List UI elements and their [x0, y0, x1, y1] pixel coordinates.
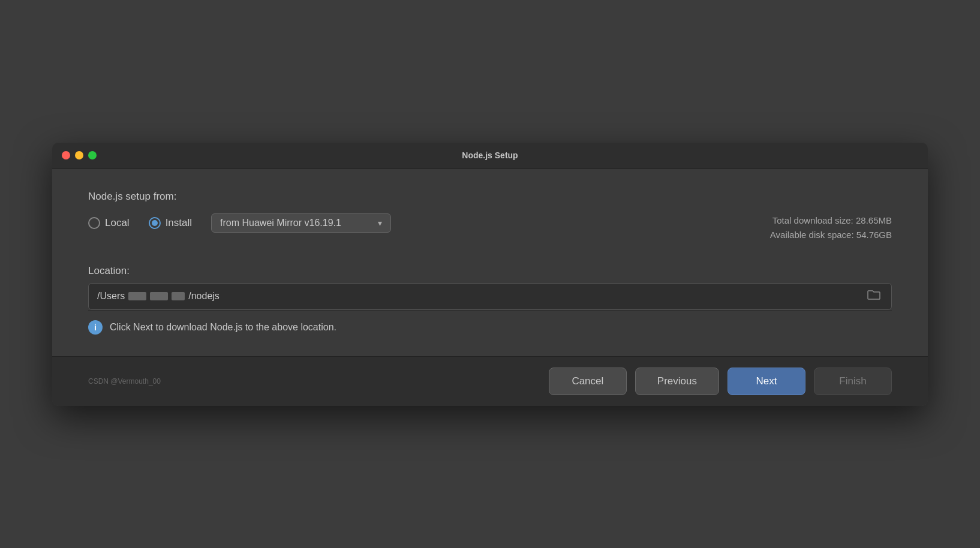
footer-buttons: Cancel Previous Next Finish	[549, 368, 892, 395]
install-radio-button[interactable]	[149, 217, 161, 229]
install-radio-label: Install	[166, 217, 192, 229]
close-button[interactable]	[62, 151, 70, 159]
info-bar: i Click Next to download Node.js to the …	[88, 310, 892, 344]
path-redacted-3	[172, 292, 185, 300]
available-disk-label: Available disk space: 54.76GB	[770, 228, 892, 242]
chevron-down-icon: ▾	[378, 218, 382, 228]
titlebar: Node.js Setup	[52, 143, 928, 169]
local-radio-label: Local	[105, 217, 130, 229]
window-title: Node.js Setup	[462, 150, 518, 160]
mirror-dropdown[interactable]: from Huawei Mirror v16.19.1 ▾	[211, 213, 391, 233]
window-controls	[62, 151, 97, 159]
info-message: Click Next to download Node.js to the ab…	[110, 322, 336, 333]
finish-button[interactable]: Finish	[814, 368, 892, 395]
local-radio-option[interactable]: Local	[88, 217, 130, 229]
maximize-button[interactable]	[88, 151, 97, 159]
top-row: Local Install from Huawei Mirror v16.19.…	[88, 213, 892, 249]
cancel-button[interactable]: Cancel	[549, 368, 627, 395]
main-window: Node.js Setup Node.js setup from: Local …	[52, 143, 928, 406]
location-section: Location: /Users /nodejs	[88, 265, 892, 310]
location-path-display: /Users /nodejs	[97, 291, 860, 302]
info-icon: i	[88, 320, 103, 335]
content-area: Node.js setup from: Local Install from H…	[52, 169, 928, 356]
disk-info: Total download size: 28.65MB Available d…	[770, 213, 892, 242]
watermark: CSDN @Vermouth_00	[88, 377, 161, 386]
path-users: /Users	[97, 291, 125, 302]
total-download-label: Total download size: 28.65MB	[770, 213, 892, 228]
minimize-button[interactable]	[75, 151, 83, 159]
browse-folder-button[interactable]	[865, 290, 883, 303]
local-radio-button[interactable]	[88, 217, 100, 229]
dropdown-value: from Huawei Mirror v16.19.1	[220, 218, 372, 228]
next-button[interactable]: Next	[728, 368, 805, 395]
radio-group: Local Install from Huawei Mirror v16.19.…	[88, 213, 391, 233]
install-radio-option[interactable]: Install	[149, 217, 192, 229]
previous-button[interactable]: Previous	[635, 368, 719, 395]
path-redacted-2	[150, 292, 168, 300]
footer: CSDN @Vermouth_00 Cancel Previous Next F…	[52, 356, 928, 406]
setup-from-label: Node.js setup from:	[88, 191, 892, 203]
path-nodejs: /nodejs	[188, 291, 220, 302]
location-label: Location:	[88, 265, 892, 277]
location-input-wrapper: /Users /nodejs	[88, 283, 892, 310]
path-redacted-1	[128, 292, 146, 300]
